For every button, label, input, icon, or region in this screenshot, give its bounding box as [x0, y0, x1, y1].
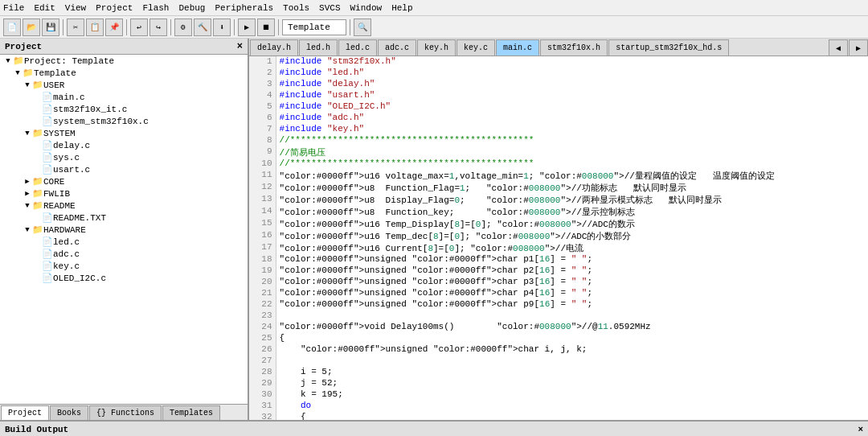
- tree-core-folder[interactable]: ▶ 📁 CORE: [0, 175, 248, 187]
- tab-project[interactable]: Project: [1, 405, 49, 420]
- menu-help[interactable]: Help: [391, 3, 412, 13]
- tab-key-c[interactable]: key.c: [457, 39, 495, 56]
- code-line-32: 32 {: [249, 412, 868, 420]
- line-content-23: [276, 311, 868, 322]
- tab-stm32-h[interactable]: stm32f10x.h: [540, 39, 608, 56]
- expand-user-icon[interactable]: ▼: [23, 81, 32, 89]
- menu-flash[interactable]: Flash: [142, 3, 169, 13]
- build-close-icon[interactable]: ×: [858, 425, 863, 434]
- tab-led-h[interactable]: led.h: [299, 39, 338, 56]
- line-content-3: #include "delay.h": [276, 79, 868, 90]
- project-panel: Project × ▼ 📁 Project: Template ▼ 📁 Temp…: [0, 39, 249, 420]
- tab-nav-left[interactable]: ◀: [829, 39, 848, 56]
- code-area[interactable]: 1#include "stm32f10x.h"2#include "led.h"…: [249, 56, 868, 420]
- menu-peripherals[interactable]: Peripherals: [215, 3, 273, 13]
- tree-root[interactable]: ▼ 📁 Project: Template: [0, 55, 248, 67]
- main-area: Project × ▼ 📁 Project: Template ▼ 📁 Temp…: [0, 39, 868, 420]
- redo-button[interactable]: ↪: [149, 19, 167, 36]
- tree-readme-txt[interactable]: 📄 README.TXT: [0, 212, 248, 224]
- tab-adc-c[interactable]: adc.c: [378, 39, 416, 56]
- tree-main-c[interactable]: 📄 main.c: [0, 91, 248, 103]
- tab-led-c[interactable]: led.c: [338, 39, 377, 56]
- tree-delay-c[interactable]: 📄 delay.c: [0, 139, 248, 151]
- tab-nav-right[interactable]: ▶: [849, 39, 868, 56]
- line-number-17: 17: [249, 242, 276, 254]
- usart-c-icon: 📄: [42, 164, 53, 175]
- menu-debug[interactable]: Debug: [178, 3, 205, 13]
- line-number-9: 9: [249, 146, 276, 158]
- code-line-13: 13"color:#0000ff">u8 Display_Flag=0; "co…: [249, 194, 868, 206]
- line-content-18: "color:#0000ff">unsigned "color:#0000ff"…: [276, 254, 868, 265]
- line-number-13: 13: [249, 194, 276, 206]
- expand-system-icon: [32, 117, 42, 125]
- tab-key-h[interactable]: key.h: [417, 39, 456, 56]
- undo-button[interactable]: ↩: [130, 19, 148, 36]
- tree-hardware-folder[interactable]: ▼ 📁 HARDWARE: [0, 224, 248, 236]
- tree-readme-folder[interactable]: ▼ 📁 README: [0, 199, 248, 212]
- line-content-10: //**************************************…: [276, 158, 868, 170]
- new-button[interactable]: 📄: [3, 19, 21, 36]
- menu-svcs[interactable]: SVCS: [319, 3, 340, 13]
- project-tree[interactable]: ▼ 📁 Project: Template ▼ 📁 Template ▼ 📁 U…: [0, 55, 248, 404]
- cut-button[interactable]: ✂: [67, 19, 84, 36]
- expand-sys-icon: [32, 154, 42, 162]
- build-button[interactable]: ⚙: [174, 19, 192, 36]
- debug-start-button[interactable]: ▶: [238, 19, 256, 36]
- debug-stop-button[interactable]: ⏹: [257, 19, 275, 36]
- toolbar-sep1: [63, 19, 63, 35]
- tree-sys-c[interactable]: 📄 sys.c: [0, 151, 248, 163]
- tree-template-label: Template: [34, 68, 76, 78]
- tree-system[interactable]: 📄 system_stm32f10x.c: [0, 115, 248, 127]
- tree-stm32it[interactable]: 📄 stm32f10x_it.c: [0, 103, 248, 115]
- expand-oled-icon: [32, 274, 42, 282]
- led-c-icon: 📄: [42, 237, 53, 247]
- tab-books[interactable]: Books: [50, 405, 88, 420]
- code-line-12: 12"color:#0000ff">u8 Function_Flag=1; "c…: [249, 182, 868, 194]
- expand-fwlib-icon[interactable]: ▶: [23, 189, 32, 198]
- menu-project[interactable]: Project: [96, 3, 133, 13]
- tree-led-c[interactable]: 📄 led.c: [0, 236, 248, 248]
- expand-sysf-icon[interactable]: ▼: [23, 130, 32, 138]
- tree-oled-c[interactable]: 📄 OLED_I2C.c: [0, 272, 248, 284]
- system-icon: 📄: [42, 116, 53, 126]
- expand-core-icon[interactable]: ▶: [23, 177, 32, 186]
- line-number-7: 7: [249, 124, 276, 135]
- tree-fwlib-folder[interactable]: ▶ 📁 FWLIB: [0, 187, 248, 199]
- tree-hardware-label: HARDWARE: [43, 225, 86, 235]
- menu-window[interactable]: Window: [350, 3, 383, 13]
- tree-adc-c[interactable]: 📄 adc.c: [0, 248, 248, 260]
- open-button[interactable]: 📂: [23, 19, 40, 36]
- project-close-button[interactable]: ×: [237, 41, 243, 52]
- expand-usart-icon: [32, 166, 42, 174]
- expand-template-icon[interactable]: ▼: [13, 69, 23, 77]
- code-line-14: 14"color:#0000ff">u8 Function_key; "colo…: [249, 206, 868, 218]
- save-button[interactable]: 💾: [42, 19, 59, 36]
- tree-key-c[interactable]: 📄 key.c: [0, 260, 248, 272]
- menu-tools[interactable]: Tools: [283, 3, 309, 13]
- line-number-22: 22: [249, 299, 276, 311]
- tree-usart-c[interactable]: 📄 usart.c: [0, 163, 248, 175]
- tree-user[interactable]: ▼ 📁 USER: [0, 79, 248, 91]
- expand-root-icon[interactable]: ▼: [3, 57, 13, 65]
- menu-edit[interactable]: Edit: [34, 3, 55, 13]
- line-number-27: 27: [249, 356, 276, 367]
- tab-templates[interactable]: Templates: [162, 405, 220, 420]
- tab-functions[interactable]: {} Functions: [89, 405, 162, 420]
- search-button[interactable]: 🔍: [354, 19, 371, 36]
- tab-main-c[interactable]: main.c: [496, 39, 539, 56]
- menu-view[interactable]: View: [65, 3, 86, 13]
- tab-delay-h[interactable]: delay.h: [250, 39, 298, 56]
- expand-hardware-icon[interactable]: ▼: [23, 226, 32, 234]
- tab-startup-s[interactable]: startup_stm32f10x_hd.s: [608, 39, 729, 56]
- paste-button[interactable]: 📌: [105, 19, 123, 36]
- rebuild-button[interactable]: 🔨: [194, 19, 211, 36]
- copy-button[interactable]: 📋: [86, 19, 104, 36]
- tree-system-folder[interactable]: ▼ 📁 SYSTEM: [0, 127, 248, 139]
- download-button[interactable]: ⬇: [213, 19, 231, 36]
- line-content-4: #include "usart.h": [276, 90, 868, 101]
- menu-file[interactable]: File: [3, 3, 24, 13]
- expand-readme-icon[interactable]: ▼: [23, 202, 32, 210]
- tree-template[interactable]: ▼ 📁 Template: [0, 67, 248, 79]
- toolbar-sep5: [278, 19, 279, 35]
- line-content-29: j = 52;: [276, 378, 868, 389]
